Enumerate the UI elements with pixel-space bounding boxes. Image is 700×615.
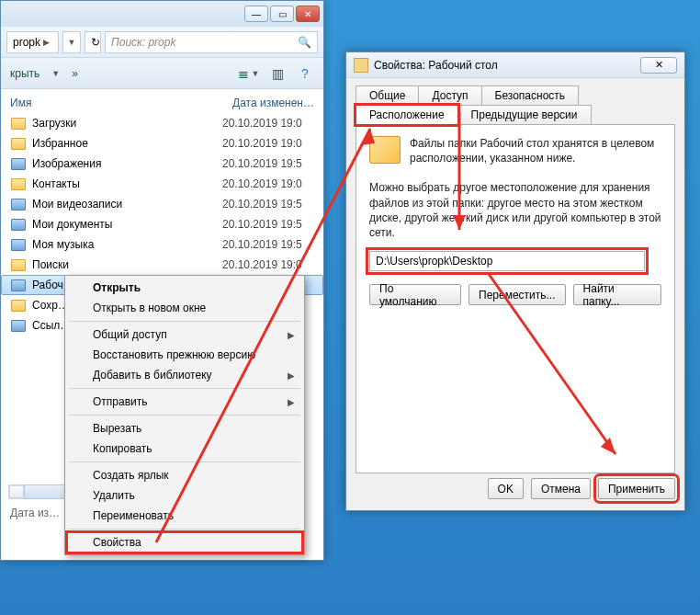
apply-button[interactable]: Применить — [598, 478, 675, 499]
toolbar-open-button[interactable]: крыть — [10, 67, 40, 80]
tab-location[interactable]: Расположение — [356, 105, 458, 125]
location-buttons: По умолчанию Переместить... Найти папку.… — [369, 284, 661, 305]
file-row[interactable]: Загрузки20.10.2019 19:0 — [1, 113, 323, 133]
menu-properties[interactable]: Свойства — [67, 532, 302, 552]
menu-open-new-window[interactable]: Открыть в новом окне — [67, 298, 302, 318]
file-date: 20.10.2019 19:5 — [222, 218, 314, 231]
tab-sharing[interactable]: Доступ — [418, 85, 481, 106]
cancel-button[interactable]: Отмена — [531, 478, 591, 499]
tab-security[interactable]: Безопасность — [481, 85, 580, 106]
address-bar: propk ▶ ▼ ↻ Поиск: propk 🔍 — [1, 27, 323, 58]
close-button[interactable]: ✕ — [296, 6, 320, 22]
context-menu: Открыть Открыть в новом окне Общий досту… — [64, 275, 305, 555]
file-row[interactable]: Изображения20.10.2019 19:5 — [1, 154, 323, 174]
breadcrumb[interactable]: propk ▶ — [6, 31, 59, 53]
chevron-down-icon[interactable]: ▼ — [51, 69, 60, 78]
breadcrumb-dropdown[interactable]: ▼ — [62, 31, 81, 53]
folder-icon — [10, 298, 27, 313]
search-placeholder: Поиск: propk — [111, 36, 175, 49]
menu-share[interactable]: Общий доступ▶ — [67, 325, 302, 345]
menu-separator — [69, 388, 300, 389]
dialog-close-button[interactable]: ✕ — [640, 57, 677, 74]
menu-rename[interactable]: Переименовать — [67, 506, 302, 526]
dialog-title: Свойства: Рабочий стол — [374, 59, 498, 72]
find-target-button[interactable]: Найти папку... — [573, 284, 661, 305]
menu-delete[interactable]: Удалить — [67, 485, 302, 506]
menu-copy[interactable]: Копировать — [67, 438, 302, 459]
maximize-button[interactable]: ▭ — [270, 6, 294, 22]
menu-separator — [69, 461, 300, 462]
menu-cut[interactable]: Вырезать — [67, 418, 302, 438]
menu-separator — [69, 321, 300, 322]
file-date: 20.10.2019 19:5 — [222, 157, 314, 170]
scroll-left-button[interactable] — [9, 485, 24, 498]
folder-icon — [10, 177, 27, 191]
folder-icon — [10, 257, 27, 272]
column-name[interactable]: Имя — [10, 97, 232, 109]
column-date[interactable]: Дата изменен… — [232, 97, 314, 109]
move-button[interactable]: Переместить... — [469, 284, 566, 305]
folder-icon — [10, 136, 27, 151]
explorer-titlebar: ― ▭ ✕ — [1, 1, 323, 27]
dialog-footer: OK Отмена Применить — [356, 478, 675, 499]
file-row[interactable]: Избранное20.10.2019 19:0 — [1, 133, 323, 154]
menu-restore-version[interactable]: Восстановить прежнюю версию — [67, 345, 302, 365]
tab-row-1: Общие Доступ Безопасность — [356, 85, 675, 105]
tab-previous-versions[interactable]: Предыдущие версии — [457, 105, 592, 125]
file-row[interactable]: Контакты20.10.2019 19:0 — [1, 174, 323, 194]
menu-open[interactable]: Открыть — [67, 278, 302, 298]
description-text-2: Можно выбрать другое местоположение для … — [369, 180, 661, 240]
view-options-icon[interactable]: ≣ ▼ — [241, 64, 259, 83]
properties-dialog: Свойства: Рабочий стол ✕ Общие Доступ Бе… — [345, 51, 685, 511]
tab-general[interactable]: Общие — [356, 85, 419, 106]
file-date: 20.10.2019 19:0 — [222, 137, 314, 150]
file-name: Мои документы — [32, 218, 222, 231]
file-name: Изображения — [32, 157, 222, 170]
preview-pane-icon[interactable]: ▥ — [268, 64, 287, 83]
file-date: 20.10.2019 19:0 — [222, 177, 314, 190]
description-block: Файлы папки Рабочий стол хранятся в целе… — [369, 136, 661, 165]
file-name: Поиски — [32, 258, 222, 271]
chevron-right-icon: ▶ — [288, 370, 295, 381]
folder-icon — [10, 318, 27, 333]
folder-icon — [10, 156, 27, 171]
menu-separator — [69, 415, 300, 416]
column-headers[interactable]: Имя Дата изменен… — [1, 89, 323, 113]
menu-send-to[interactable]: Отправить▶ — [67, 392, 302, 412]
dialog-titlebar: Свойства: Рабочий стол ✕ — [346, 52, 684, 78]
breadcrumb-label: propk — [13, 36, 40, 49]
folder-icon — [10, 116, 27, 131]
path-input[interactable] — [369, 251, 645, 271]
tab-panel: Файлы папки Рабочий стол хранятся в целе… — [356, 124, 675, 473]
file-name: Мои видеозаписи — [32, 198, 222, 211]
chevron-right-icon[interactable]: ▶ — [43, 38, 50, 47]
folder-icon — [10, 197, 27, 211]
dialog-body: Общие Доступ Безопасность Расположение П… — [346, 78, 684, 510]
folder-icon — [10, 237, 27, 252]
folder-icon — [369, 136, 401, 164]
menu-add-library[interactable]: Добавить в библиотеку▶ — [67, 365, 302, 385]
refresh-button[interactable]: ↻ — [85, 31, 101, 53]
file-row[interactable]: Поиски20.10.2019 19:0 — [1, 255, 323, 275]
search-input[interactable]: Поиск: propk 🔍 — [105, 31, 318, 53]
search-icon[interactable]: 🔍 — [298, 36, 311, 49]
toolbar-chevrons[interactable]: » — [72, 67, 78, 80]
file-date: 20.10.2019 19:0 — [222, 258, 314, 271]
menu-create-shortcut[interactable]: Создать ярлык — [67, 465, 302, 485]
restore-default-button[interactable]: По умолчанию — [369, 284, 461, 305]
minimize-button[interactable]: ― — [244, 6, 268, 22]
ok-button[interactable]: OK — [488, 478, 524, 499]
file-date: 20.10.2019 19:0 — [222, 117, 314, 130]
explorer-toolbar: крыть ▼ » ≣ ▼ ▥ ? — [1, 58, 323, 89]
file-name: Моя музыка — [32, 238, 222, 251]
file-name: Контакты — [32, 177, 222, 190]
help-icon[interactable]: ? — [296, 64, 314, 83]
status-text: Дата из… — [10, 507, 60, 519]
file-name: Загрузки — [32, 117, 222, 130]
file-row[interactable]: Моя музыка20.10.2019 19:5 — [1, 234, 323, 255]
folder-icon — [10, 278, 27, 292]
file-row[interactable]: Мои документы20.10.2019 19:5 — [1, 214, 323, 234]
chevron-right-icon: ▶ — [288, 397, 295, 407]
tab-row-2: Расположение Предыдущие версии — [356, 105, 675, 124]
file-row[interactable]: Мои видеозаписи20.10.2019 19:5 — [1, 194, 323, 214]
